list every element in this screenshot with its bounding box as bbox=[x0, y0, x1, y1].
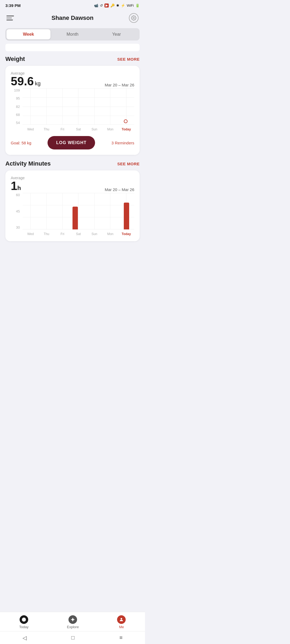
filter-line-2 bbox=[6, 18, 12, 19]
activity-avg-unit: h bbox=[17, 185, 21, 191]
act-x-wed: Wed bbox=[23, 232, 38, 236]
weight-date-range: Mar 20 – Mar 26 bbox=[105, 83, 134, 87]
weight-card-meta: Average 59.6 kg Mar 20 – Mar 26 bbox=[11, 71, 134, 87]
weight-title: Weight bbox=[5, 56, 25, 63]
bluetooth-status-icon: ✱ bbox=[116, 3, 119, 8]
weight-card-footer: Goal: 58 kg LOG WEIGHT 3 Reminders bbox=[11, 136, 134, 149]
activity-see-more-button[interactable]: SEE MORE bbox=[117, 162, 140, 166]
x-label-fri: Fri bbox=[55, 127, 70, 131]
weight-section-header: Weight SEE MORE bbox=[5, 56, 140, 63]
scroll-hint-bar bbox=[5, 44, 140, 51]
weight-goal-text: Goal: 58 kg bbox=[11, 141, 31, 145]
activity-date-range: Mar 20 – Mar 26 bbox=[105, 187, 134, 192]
act-x-today: Today bbox=[118, 232, 134, 236]
activity-avg-block: Average 1h bbox=[11, 176, 25, 192]
log-weight-button[interactable]: LOG WEIGHT bbox=[48, 136, 95, 149]
sep-1 bbox=[46, 88, 47, 125]
act-x-mon: Mon bbox=[102, 232, 118, 236]
weight-y-label-2: 82 bbox=[11, 105, 21, 109]
camera-status-icon: 📹 bbox=[94, 3, 98, 8]
activity-card: Average 1h Mar 20 – Mar 26 60 45 30 bbox=[5, 170, 140, 241]
sep-3 bbox=[78, 88, 78, 125]
weight-y-label-0: 109 bbox=[11, 88, 21, 92]
arrow-status-icon: ↺ bbox=[100, 3, 103, 8]
weight-section: Weight SEE MORE Average 59.6 kg Mar 20 –… bbox=[5, 56, 140, 155]
activity-avg-value-row: 1h bbox=[11, 180, 25, 192]
wifi-status-icon: WiFi bbox=[127, 3, 134, 8]
settings-button[interactable] bbox=[129, 13, 139, 23]
weight-bars-area: Wed Thu Fri Sat Sun Mon Today bbox=[23, 88, 134, 131]
act-x-sat: Sat bbox=[70, 232, 86, 236]
sep-0 bbox=[30, 88, 31, 125]
x-label-sat: Sat bbox=[70, 127, 86, 131]
weight-avg-block: Average 59.6 kg bbox=[11, 71, 41, 87]
sep-2 bbox=[62, 88, 63, 125]
filter-line-1 bbox=[6, 16, 14, 16]
sep-5 bbox=[110, 88, 110, 125]
activity-card-meta: Average 1h Mar 20 – Mar 26 bbox=[11, 176, 134, 192]
battery-status-icon: 🔋 bbox=[135, 3, 140, 8]
activity-y-axis: 60 45 30 bbox=[11, 193, 21, 229]
sep-4 bbox=[94, 88, 95, 125]
weight-x-labels: Wed Thu Fri Sat Sun Mon Today bbox=[23, 127, 134, 131]
activity-section-header: Activity Minutes SEE MORE bbox=[5, 160, 140, 167]
activity-bar-today bbox=[124, 203, 129, 229]
x-label-thu: Thu bbox=[38, 127, 54, 131]
weight-card: Average 59.6 kg Mar 20 – Mar 26 109 95 8… bbox=[5, 66, 140, 155]
gear-icon bbox=[131, 15, 136, 21]
filter-button[interactable] bbox=[6, 13, 16, 23]
activity-bar-sat bbox=[73, 207, 78, 229]
activity-chart: 60 45 30 bbox=[11, 193, 134, 236]
period-tab-switcher: Week Month Year bbox=[5, 28, 140, 41]
svg-point-0 bbox=[133, 17, 134, 19]
record-status-icon: ▶ bbox=[104, 3, 109, 8]
weight-y-label-3: 68 bbox=[11, 113, 21, 117]
signal-status-icon: ⚡ bbox=[121, 3, 125, 8]
x-label-sun: Sun bbox=[86, 127, 102, 131]
tab-month[interactable]: Month bbox=[50, 29, 95, 39]
x-label-wed: Wed bbox=[23, 127, 38, 131]
act-x-sun: Sun bbox=[86, 232, 102, 236]
tab-week[interactable]: Week bbox=[6, 29, 50, 39]
weight-avg-value: 59.6 bbox=[11, 75, 34, 88]
tab-year[interactable]: Year bbox=[95, 29, 139, 39]
activity-y-label-2: 30 bbox=[11, 225, 21, 229]
activity-title: Activity Minutes bbox=[5, 160, 51, 167]
status-icons: 📹 ↺ ▶ 🔑 ✱ ⚡ WiFi 🔋 bbox=[94, 3, 140, 8]
weight-y-label-1: 95 bbox=[11, 96, 21, 100]
act-x-thu: Thu bbox=[38, 232, 54, 236]
today-dot-container bbox=[124, 119, 128, 123]
activity-x-labels: Wed Thu Fri Sat Sun Mon Today bbox=[23, 232, 134, 236]
activity-section: Activity Minutes SEE MORE Average 1h Mar… bbox=[5, 160, 140, 241]
key-status-icon: 🔑 bbox=[110, 3, 115, 8]
status-bar: 3:39 PM 📹 ↺ ▶ 🔑 ✱ ⚡ WiFi 🔋 bbox=[0, 0, 145, 10]
filter-line-3 bbox=[6, 20, 13, 20]
act-x-fri: Fri bbox=[55, 232, 70, 236]
app-header: Shane Dawson bbox=[0, 10, 145, 27]
weight-y-axis: 109 95 82 68 54 bbox=[11, 88, 21, 125]
weight-see-more-button[interactable]: SEE MORE bbox=[117, 57, 140, 61]
weight-y-label-4: 54 bbox=[11, 121, 21, 125]
activity-y-label-0: 60 bbox=[11, 193, 21, 197]
weight-bar-separators bbox=[23, 88, 134, 125]
weight-avg-value-row: 59.6 kg bbox=[11, 75, 41, 87]
weight-avg-unit: kg bbox=[35, 80, 41, 86]
x-label-mon: Mon bbox=[102, 127, 118, 131]
x-label-today: Today bbox=[118, 127, 134, 131]
weight-chart: 109 95 82 68 54 bbox=[11, 88, 134, 131]
status-time: 3:39 PM bbox=[5, 3, 21, 8]
weight-reminders-text: 3 Reminders bbox=[111, 141, 134, 145]
activity-y-label-1: 45 bbox=[11, 209, 21, 213]
page-title: Shane Dawson bbox=[52, 14, 93, 21]
today-weight-dot bbox=[124, 119, 128, 123]
activity-avg-value: 1 bbox=[11, 179, 17, 192]
activity-bars-area: Wed Thu Fri Sat Sun Mon Today bbox=[23, 193, 134, 236]
